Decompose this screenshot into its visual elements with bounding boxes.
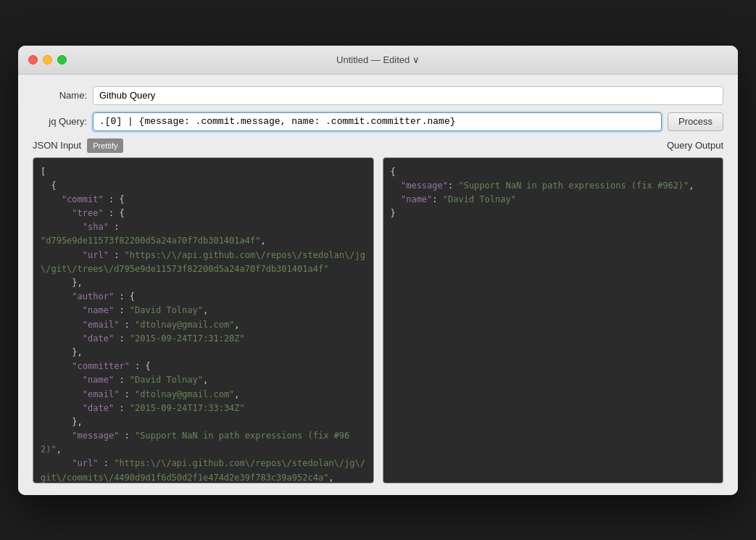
main-content: Name: jq Query: Process JSON Input Prett… <box>18 75 738 495</box>
query-output-title: Query Output <box>667 140 723 151</box>
section-headers: JSON Input Prettify Query Output <box>33 138 723 153</box>
name-row: Name: <box>33 86 723 105</box>
traffic-lights <box>28 55 67 65</box>
query-output-panel[interactable]: { "message": "Support NaN in path expres… <box>383 157 724 483</box>
query-output-content: { "message": "Support NaN in path expres… <box>391 165 716 221</box>
prettify-button[interactable]: Prettify <box>87 138 123 153</box>
jq-query-input[interactable] <box>93 112 662 131</box>
titlebar: Untitled — Edited ∨ <box>18 46 738 75</box>
panels-container: [ { "commit" : { "tree" : { "sha" : "d79… <box>33 157 723 483</box>
name-label: Name: <box>33 90 87 101</box>
process-button[interactable]: Process <box>668 112 723 131</box>
json-input-title: JSON Input <box>33 140 81 151</box>
json-input-panel[interactable]: [ { "commit" : { "tree" : { "sha" : "d79… <box>33 157 374 483</box>
maximize-button[interactable] <box>57 55 67 65</box>
jq-label: jq Query: <box>33 116 87 127</box>
jq-row: jq Query: Process <box>33 112 723 131</box>
name-input[interactable] <box>93 86 723 105</box>
app-window: Untitled — Edited ∨ Name: jq Query: Proc… <box>18 46 738 495</box>
section-left: JSON Input Prettify <box>33 138 123 153</box>
minimize-button[interactable] <box>43 55 52 65</box>
close-button[interactable] <box>28 55 38 65</box>
json-input-content: [ { "commit" : { "tree" : { "sha" : "d79… <box>41 165 366 483</box>
window-title: Untitled — Edited ∨ <box>336 54 420 65</box>
